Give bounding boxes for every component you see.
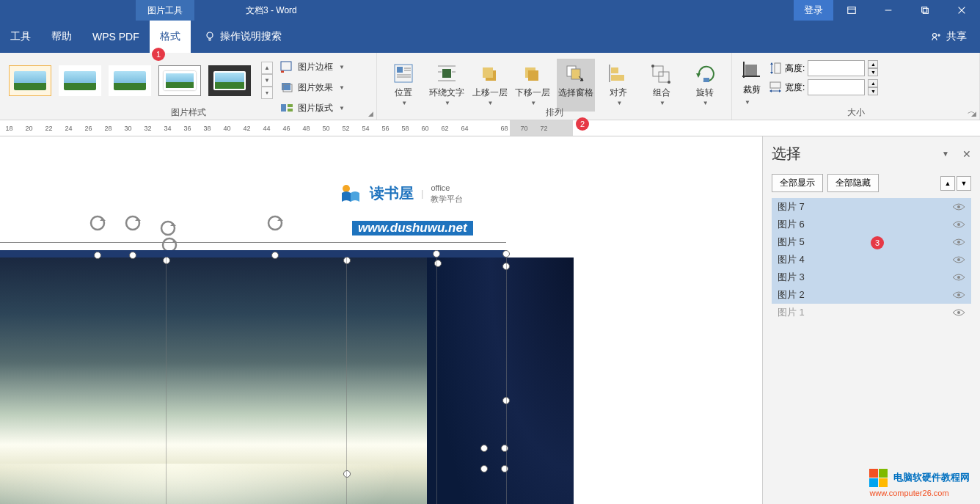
height-up[interactable]: ▲ [868,60,878,68]
rotate-handle[interactable] [123,213,142,233]
visibility-icon[interactable] [952,273,965,282]
annotation-badge-1: 1 [152,48,165,61]
selection-handle[interactable] [480,445,488,452]
tab-help[interactable]: 帮助 [41,21,82,53]
collapse-ribbon-button[interactable]: ︿ [968,106,976,117]
selection-handle[interactable] [94,252,101,259]
tell-me-search[interactable]: 操作说明搜索 [204,30,282,43]
style-thumb-3[interactable] [109,65,151,96]
picture-border-button[interactable]: 图片边框▼ [280,57,345,76]
selection-handle[interactable] [343,257,351,264]
gallery-more-button[interactable]: ▾ [261,87,273,99]
height-input[interactable] [808,60,865,76]
width-up[interactable]: ▲ [868,79,878,87]
position-button[interactable]: 位置▼ [384,59,423,112]
selection-handle[interactable] [271,252,279,259]
pane-title: 选择 [772,144,801,164]
svg-rect-48 [775,63,780,73]
ribbon: ▲ ▼ ▾ 图片边框▼ 图片效果▼ 图片版式▼ [0,53,980,120]
selection-handle[interactable] [129,252,136,259]
svg-point-71 [957,276,960,279]
reorder-up-button[interactable]: ▲ [940,176,955,191]
styles-launcher[interactable]: ◢ [368,110,373,117]
selection-handle[interactable] [480,465,488,472]
tab-wps-pdf[interactable]: WPS PDF [82,21,150,53]
wrap-text-button[interactable]: 环绕文字▼ [428,59,467,112]
selection-item[interactable]: 图片 6 [772,216,971,233]
visibility-icon[interactable] [952,220,965,229]
picture-styles-gallery[interactable]: ▲ ▼ ▾ [4,56,277,105]
rotate-button[interactable]: 旋转▼ [685,59,724,112]
selection-handle[interactable] [434,260,442,267]
svg-point-10 [933,34,937,37]
visibility-icon[interactable] [952,308,965,317]
close-button[interactable] [943,0,980,21]
svg-marker-51 [770,72,773,74]
ribbon-display-options-button[interactable] [833,0,870,21]
selection-item[interactable]: 图片 4 [772,251,971,269]
share-button[interactable]: 共享 [930,30,967,43]
style-thumb-1[interactable] [9,65,51,96]
show-all-button[interactable]: 全部显示 [772,174,823,192]
close-icon [957,5,967,15]
selection-item[interactable]: 图片 3 [772,269,971,286]
crop-button[interactable]: 裁剪▼ [741,60,763,106]
selection-pane-button[interactable]: 选择窗格 [557,59,596,112]
horizontal-ruler[interactable]: 1820222426283032343638404244464850525456… [0,120,980,136]
style-thumb-4[interactable] [158,65,201,96]
minimize-button[interactable] [870,0,907,21]
maximize-button[interactable] [907,0,943,21]
title-bar: 图片工具 文档3 - Word 登录 [0,0,980,21]
annotation-badge-2: 2 [576,117,589,131]
document-canvas[interactable]: 读书屋 | office教学平台 www.dushuwu.net [0,136,762,504]
lightbulb-icon [204,31,216,43]
selection-handle[interactable] [501,445,508,452]
gallery-up-button[interactable]: ▲ [261,62,273,74]
selection-edge [346,258,347,504]
style-thumb-5[interactable] [208,65,251,96]
pane-menu-button[interactable]: ▼ [942,150,949,158]
selection-item[interactable]: 图片 7 [772,198,971,216]
svg-rect-36 [611,67,618,73]
wrap-text-icon [435,63,458,84]
hide-all-button[interactable]: 全部隐藏 [827,174,879,192]
pane-close-button[interactable]: ✕ [962,148,971,160]
rotate-handle[interactable] [266,213,285,233]
visibility-icon[interactable] [952,291,965,299]
width-input[interactable] [808,79,865,95]
selection-item[interactable]: 图片 1 [772,304,971,321]
height-label: 高度: [785,62,805,75]
svg-point-42 [668,81,670,84]
visibility-icon[interactable] [952,202,965,211]
align-button[interactable]: 对齐▼ [599,59,638,112]
selection-handle[interactable] [163,257,170,264]
bring-forward-button[interactable]: 上移一层▼ [470,59,509,112]
svg-point-68 [957,223,960,226]
login-button[interactable]: 登录 [794,0,833,21]
selection-handle[interactable] [433,250,440,258]
gallery-down-button[interactable]: ▼ [261,74,273,87]
rotate-handle[interactable] [88,213,107,233]
selection-item[interactable]: 图片 2 [772,286,971,304]
picture-effects-button[interactable]: 图片效果▼ [280,78,345,97]
watermark-url: www.dushuwu.net [352,221,473,235]
selection-list: 图片 7图片 6图片 5图片 4图片 3图片 2图片 1 [772,198,971,321]
svg-rect-31 [483,67,493,78]
group-icon [650,63,673,84]
reorder-down-button[interactable]: ▼ [957,176,971,191]
svg-rect-37 [611,75,624,81]
contextual-tab-picture-tools[interactable]: 图片工具 [136,0,194,21]
height-down[interactable]: ▼ [868,68,878,76]
tab-tools[interactable]: 工具 [0,21,41,53]
picture-border-label: 图片边框 [298,61,333,73]
selection-handle[interactable] [343,470,351,478]
style-thumb-2[interactable] [59,65,101,96]
visibility-icon[interactable] [952,238,965,246]
svg-point-73 [957,311,960,314]
visibility-icon[interactable] [952,255,965,264]
send-backward-button[interactable]: 下移一层▼ [513,59,552,112]
selection-handle[interactable] [502,250,510,258]
selection-handle[interactable] [501,465,508,472]
group-button[interactable]: 组合▼ [643,59,681,112]
width-down[interactable]: ▼ [868,87,878,95]
